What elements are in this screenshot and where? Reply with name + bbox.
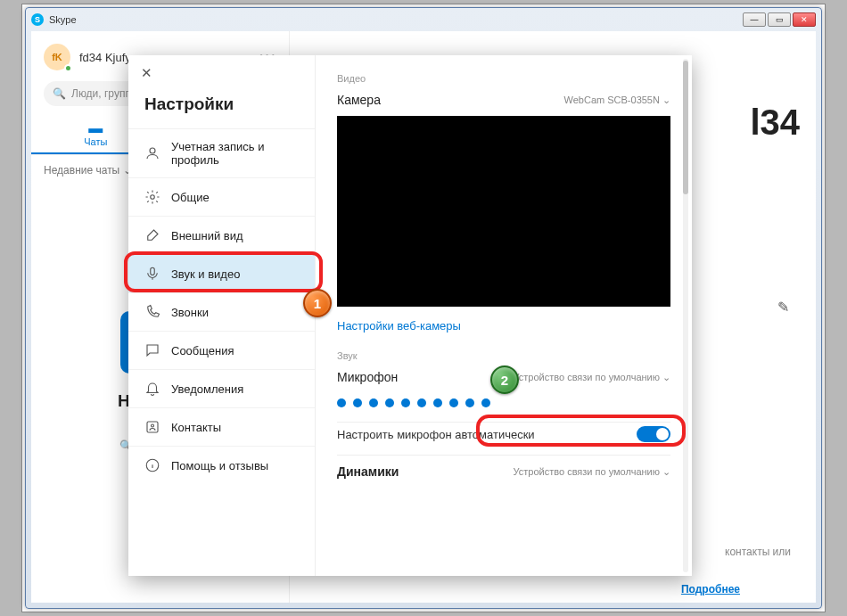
scrollbar[interactable]: [683, 59, 688, 572]
skype-logo-icon: S: [31, 13, 44, 26]
window-title: Skype: [49, 14, 743, 25]
bell-icon: [144, 381, 160, 397]
phone-icon: [144, 304, 160, 320]
nav-audio-video[interactable]: Звук и видео: [128, 254, 315, 292]
maximize-button[interactable]: ▭: [768, 12, 791, 27]
speaker-device-select[interactable]: Устройство связи по умолчанию ⌄: [514, 466, 670, 478]
person-icon: [144, 145, 160, 161]
mic-level-indicator: [337, 393, 670, 409]
svg-point-1: [151, 195, 155, 200]
close-button[interactable]: ✕: [793, 12, 816, 27]
nav-contacts[interactable]: Контакты: [128, 407, 315, 446]
nav-help[interactable]: Помощь и отзывы: [128, 446, 315, 484]
close-settings-button[interactable]: ✕: [128, 55, 164, 91]
settings-title: Настройки: [128, 91, 315, 128]
mic-icon: [144, 266, 160, 282]
nav-appearance[interactable]: Внешний вид: [128, 216, 315, 254]
nav-calling[interactable]: Звонки: [128, 292, 315, 331]
edit-icon[interactable]: ✎: [777, 299, 789, 316]
chevron-down-icon: ⌄: [662, 466, 670, 478]
speaker-label: Динамики: [337, 464, 514, 479]
chevron-down-icon: ⌄: [662, 372, 670, 383]
video-section-label: Видео: [337, 73, 670, 84]
auto-mic-toggle[interactable]: [637, 426, 670, 442]
presence-icon: [64, 64, 72, 72]
auto-mic-label: Настроить микрофон автоматически: [337, 428, 637, 441]
annotation-badge-2: 2: [490, 365, 519, 394]
minimize-button[interactable]: —: [743, 12, 766, 27]
annotation-badge-1: 1: [303, 289, 332, 317]
webcam-settings-link[interactable]: Настройки веб-камеры: [337, 316, 670, 333]
contacts-icon: [144, 419, 160, 435]
svg-point-0: [150, 148, 155, 153]
nav-notifications[interactable]: Уведомления: [128, 369, 315, 407]
microphone-device-select[interactable]: Устройство связи по умолчанию ⌄: [514, 372, 670, 383]
chevron-down-icon: ⌄: [662, 94, 670, 105]
hint-text: контакты или: [725, 546, 791, 558]
avatar[interactable]: fK: [44, 44, 70, 70]
camera-preview: [337, 116, 670, 307]
gear-icon: [144, 189, 160, 205]
microphone-label: Микрофон: [337, 370, 514, 384]
info-icon: [144, 457, 160, 473]
message-icon: [144, 342, 160, 358]
search-icon: 🔍: [53, 87, 66, 100]
camera-label: Камера: [337, 93, 564, 107]
page-title: l34: [750, 103, 800, 143]
brush-icon: [144, 227, 160, 243]
nav-general[interactable]: Общие: [128, 177, 315, 216]
audio-section-label: Звук: [337, 350, 670, 361]
nav-account[interactable]: Учетная запись и профиль: [128, 128, 315, 177]
svg-rect-2: [151, 267, 155, 275]
settings-dialog: ✕ Настройки Учетная запись и профиль Общ…: [128, 55, 692, 576]
nav-messaging[interactable]: Сообщения: [128, 331, 315, 369]
svg-point-4: [152, 424, 154, 427]
learn-more-link[interactable]: Подробнее: [681, 583, 740, 595]
camera-device-select[interactable]: WebCam SCB-0355N ⌄: [564, 94, 670, 106]
